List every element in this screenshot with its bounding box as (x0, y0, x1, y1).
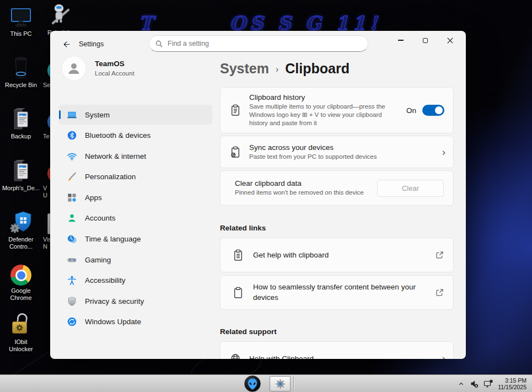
sidebar-item-label: Network & internet (85, 152, 146, 160)
clear-button[interactable]: Clear (377, 180, 444, 197)
sidebar-item-personalization[interactable]: Personalization (59, 167, 212, 187)
avatar[interactable] (62, 56, 86, 80)
shield-icon (66, 296, 77, 307)
system-tray: 3:15 PM 11/15/2025 (458, 375, 529, 392)
setting-description: Save multiple items to your clipboard—pr… (249, 103, 400, 127)
desktop-icon-iobit-unlocker[interactable]: IObit Unlocker (3, 312, 39, 352)
get-help-link-card[interactable]: Get help with clipboard (220, 238, 454, 272)
chevron-right-icon: › (440, 146, 448, 158)
settings-taskbar-button[interactable] (270, 376, 291, 391)
bluetooth-icon (66, 130, 77, 141)
desktop-icon-morphs-de[interactable]: Morph's_De... (3, 158, 39, 192)
apps-icon (66, 192, 77, 203)
desktop-icon-label: Defender Contro... (8, 236, 33, 250)
morphs-folder-icon (10, 158, 32, 183)
sidebar-item-time-language[interactable]: Time & language (59, 229, 212, 249)
update-icon (66, 316, 77, 327)
link-label: How to seamlessly transfer content betwe… (253, 282, 418, 302)
clock-globe-icon (66, 234, 77, 245)
this-pc-icon (9, 3, 33, 29)
sidebar-item-label: System (85, 111, 110, 119)
sidebar-item-label: Gaming (85, 256, 111, 264)
volume-muted-icon[interactable] (470, 379, 479, 388)
taskbar-clock[interactable]: 3:15 PM 11/15/2025 (498, 377, 529, 391)
breadcrumb: System › Clipboard (220, 61, 350, 77)
sidebar-item-accounts[interactable]: Accounts (59, 208, 212, 228)
search-icon (155, 40, 163, 48)
brush-icon (66, 171, 77, 182)
selected-indicator (59, 110, 61, 119)
sidebar-item-label: Accounts (85, 214, 116, 222)
desktop-icon-defender-control[interactable]: Defender Contro... (3, 209, 39, 250)
clipboard-sync-icon (228, 146, 243, 159)
sidebar-item-label: Accessibility (85, 276, 126, 284)
page-title: Clipboard (285, 61, 350, 77)
sidebar-item-label: Privacy & security (85, 297, 144, 305)
sidebar-item-system[interactable]: System (59, 105, 212, 125)
transfer-content-link-card[interactable]: How to seamlessly transfer content betwe… (220, 275, 454, 310)
taskbar: 3:15 PM 11/15/2025 (0, 374, 532, 392)
desktop-icon-google-chrome[interactable]: Google Chrome (3, 260, 39, 301)
main-content: System › Clipboard Clipboard history Sav… (220, 31, 454, 359)
setting-description: Pinned items won't be removed on this de… (235, 189, 370, 197)
sidebar-item-accessibility[interactable]: Accessibility (59, 271, 212, 291)
alien-head-icon (246, 377, 259, 390)
clipboard-history-icon (228, 104, 243, 117)
back-button[interactable] (59, 37, 73, 51)
robot-icon (49, 2, 72, 28)
sidebar-item-apps[interactable]: Apps (59, 187, 212, 207)
toggle-state-label: On (406, 106, 416, 115)
desktop-icon-label: This PC (10, 30, 31, 37)
desktop-icon-backup[interactable]: Backup (3, 106, 39, 140)
person-icon (66, 61, 82, 76)
sidebar-item-label: Personalization (85, 173, 136, 181)
setting-title: Clipboard history (249, 93, 400, 101)
clock-date: 11/15/2025 (498, 384, 526, 391)
clipboard-history-card: Clipboard history Save multiple items to… (220, 87, 454, 133)
sidebar-item-network-internet[interactable]: Network & internet (59, 146, 212, 166)
breadcrumb-separator-icon: › (276, 63, 278, 74)
sidebar-item-label: Bluetooth & devices (85, 131, 151, 139)
external-link-icon (435, 288, 444, 297)
chrome-icon (10, 260, 31, 286)
sidebar-item-gaming[interactable]: Gaming (59, 250, 212, 270)
gamepad-icon (66, 254, 77, 265)
clipboard-history-toggle[interactable] (422, 105, 444, 116)
start-button[interactable] (244, 375, 261, 392)
iobit-unlocker-icon (10, 312, 32, 337)
clipboard-icon (231, 286, 245, 299)
help-with-clipboard-card[interactable]: Help with Clipboard › (220, 341, 454, 359)
sidebar-item-label: Apps (85, 194, 102, 202)
sidebar-item-label: Time & language (85, 235, 141, 243)
sidebar-item-bluetooth-devices[interactable]: Bluetooth & devices (59, 126, 212, 146)
system-icon (66, 109, 77, 120)
sidebar-item-privacy-security[interactable]: Privacy & security (59, 291, 212, 311)
window-title: Settings (79, 40, 104, 48)
related-links-heading: Related links (220, 224, 266, 232)
wifi-icon (66, 151, 77, 162)
accessibility-icon (66, 275, 77, 286)
sidebar-item-windows-update[interactable]: Windows Update (59, 312, 212, 332)
backup-folder-icon (10, 106, 32, 131)
desktop-icon-this-pc[interactable]: This PC (3, 3, 39, 37)
breadcrumb-parent[interactable]: System (220, 61, 269, 77)
sidebar-nav: System Bluetooth & devices Network & (59, 105, 212, 333)
clipboard-list-icon (231, 249, 245, 262)
clear-clipboard-card: Clear clipboard data Pinned items won't … (220, 170, 454, 206)
tray-chevron-up-icon[interactable] (458, 380, 465, 388)
external-link-icon (435, 250, 444, 260)
setting-title: Sync across your devices (249, 143, 433, 152)
account-type: Local Account (95, 70, 135, 77)
chevron-right-icon: › (440, 352, 448, 359)
defender-shield-icon (9, 209, 33, 234)
desktop-icon-label: Backup (11, 133, 31, 140)
desktop-icon-label: Recycle Bin (5, 82, 37, 89)
taskbar-separator (293, 376, 294, 391)
setting-title: Clear clipboard data (235, 179, 370, 187)
desktop-icon-recycle-bin[interactable]: Recycle Bin (3, 55, 39, 89)
desktop-icon-label: Te (43, 133, 50, 140)
network-status-icon[interactable] (483, 379, 493, 388)
setting-description: Paste text from your PC to supported dev… (249, 153, 433, 161)
globe-icon (228, 352, 243, 359)
sync-devices-card[interactable]: Sync across your devices Paste text from… (220, 136, 454, 168)
